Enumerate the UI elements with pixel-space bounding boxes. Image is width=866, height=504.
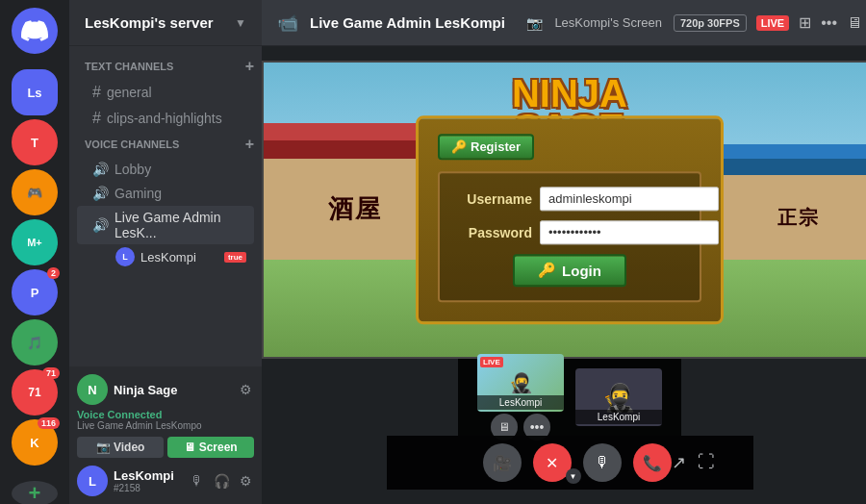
stream-area: NINJA SAGE 酒屋 正宗 🌲 🌲 🌲 [262,46,866,504]
login-button[interactable]: 🔑 Login [513,254,626,287]
register-label: Register [471,139,521,154]
server-icon-p1[interactable]: P 2 [12,269,58,315]
server-icon-k1[interactable]: K 116 [12,419,58,466]
user-avatar: L [77,466,108,496]
add-voice-channel-button[interactable]: + [245,136,254,153]
speaker-icon: 🔊 [92,217,109,233]
mute-button[interactable]: 🎙 [583,443,622,482]
voice-channel-label: Live Game Admin LesKompo [77,420,254,431]
live-stream-badge: LIVE [756,15,789,31]
stream-col-1: LIVE 🥷 LesKompi 🖥 ••• [477,354,564,441]
server-icon-music[interactable]: 🎵 [12,319,58,365]
end-call-wrapper: ✕ ▼ [533,443,572,482]
camera-button[interactable]: 🎥 [483,443,522,482]
server-icon-label: T [31,136,38,150]
server-icon-label: M+ [27,237,42,248]
speaker-icon: 🔊 [92,162,109,177]
ninja-icon: 🥷 [509,371,533,394]
channel-live-game[interactable]: 🔊 Live Game Admin LesK... [77,206,254,244]
grid-icon[interactable]: ⊞ [799,13,811,32]
server-icon-game1[interactable]: 🎮 [12,169,58,215]
avatar: L [115,247,135,266]
game-screen: NINJA SAGE 酒屋 正宗 🌲 🌲 🌲 [262,61,866,359]
login-btn-container: 🔑 Login [455,254,684,287]
user-controls: 🎙 🎧 ⚙ [189,471,254,491]
stream-thumbnails-strip: LIVE 🥷 LesKompi 🖥 ••• 🥷 LesKompi [458,359,681,436]
ninja-sage-label: Ninja Sage [114,383,232,397]
camera-label-icon: 📷 [526,15,543,31]
stream-thumb-label2: LesKompi [575,410,662,424]
settings-icon[interactable]: ⚙ [238,471,254,491]
voice-status-text: Voice Connected Live Game Admin LesKompo [77,409,254,431]
mic-icon[interactable]: 🎙 [189,471,206,491]
channel-sidebar: LesKompi's server ▼ TEXT CHANNELS + # ge… [69,0,262,504]
channel-gaming[interactable]: 🔊 Gaming [77,182,254,205]
channel-name: Live Game Admin LesK... [115,210,246,240]
bottom-controls: 🎥 ✕ ▼ 🎙 📞 ↗ ⛶ [387,436,753,490]
channel-lobby[interactable]: 🔊 Lobby [77,158,254,181]
control-group: 🎥 ✕ ▼ 🎙 📞 [483,443,672,482]
live-badge: true [224,252,246,263]
username-row: Username [455,187,684,211]
voice-user-leskompi[interactable]: L LesKompi true [77,245,254,268]
add-text-channel-button[interactable]: + [245,58,254,75]
user-bar-actions: 📷 Video 🖥 Screen [77,437,254,458]
screen-button[interactable]: 🖥 Screen [167,437,254,458]
server-icon-badge2: 71 [42,367,60,379]
server-icon-label: Ls [27,86,41,100]
login-panel: 🔑 Register Username Password 🔑 [416,115,724,324]
username-info: LesKompi #2158 [114,468,183,493]
login-label: Login [562,263,601,279]
server-icon-t2[interactable]: 71 71 [12,369,58,416]
channel-name: clips-and-highlights [107,111,222,126]
video-button[interactable]: 📷 Video [77,437,164,458]
stream-thumb-game[interactable]: LIVE 🥷 LesKompi [477,354,564,412]
stream-col-2: 🥷 LesKompi [575,368,662,426]
server-icon-badge3: 116 [38,417,60,429]
user-tag: #2158 [114,483,183,493]
voice-username: LesKompi [140,250,196,265]
discord-home-button[interactable] [12,8,58,54]
text-channels-header[interactable]: TEXT CHANNELS + [69,54,262,79]
fullscreen-icon[interactable]: ⛶ [698,452,715,473]
server-icon-label: 71 [28,386,40,399]
fps-badge: 720p 30FPS [674,14,747,32]
server-icon-t1[interactable]: T [12,119,58,165]
server-header[interactable]: LesKompi's server ▼ [69,0,262,46]
stream-title: Live Game Admin LesKompi [310,14,515,31]
roof-top-right [718,144,866,159]
stream-thumb-person[interactable]: 🥷 LesKompi [575,368,662,426]
server-icon-leskompi[interactable]: Ls [12,69,58,115]
user-settings-icon[interactable]: ⚙ [238,380,254,399]
monitor-icon[interactable]: 🖥 [847,14,862,32]
username-input[interactable] [540,187,719,211]
channels-list: TEXT CHANNELS + # general # clips-and-hi… [69,46,262,366]
chevron-down-icon: ▼ [235,16,246,30]
disconnect-button[interactable]: 📞 [633,443,672,482]
channel-name: general [107,85,152,100]
top-bar-icons: 720p 30FPS LIVE ⊞ ••• 🖥 [674,13,862,32]
user-bar-top: N Ninja Sage ⚙ [77,374,254,405]
headset-icon[interactable]: 🎧 [212,471,232,491]
server-icon-m1[interactable]: M+ [12,219,58,265]
login-form: Username Password 🔑 Login [438,171,701,302]
password-input[interactable] [540,220,719,244]
key-icon: 🔑 [451,139,467,154]
server-icon-label: P [31,286,39,300]
password-label: Password [455,225,532,240]
voice-channels-header[interactable]: VOICE CHANNELS + [69,132,262,157]
roof-right [722,154,866,175]
external-link-icon[interactable]: ↗ [672,452,686,473]
channel-name: Lobby [115,162,151,177]
dropdown-arrow-icon[interactable]: ▼ [566,468,581,484]
server-icon-label: 🎵 [27,336,42,350]
register-button[interactable]: 🔑 Register [438,134,534,160]
building-sign-right: 正宗 [722,175,866,260]
channel-general[interactable]: # general [77,80,254,105]
hash-icon: # [92,110,101,127]
more-options-icon[interactable]: ••• [821,14,837,32]
speaker-icon: 🔊 [92,186,109,201]
server-icon-badge: 2 [47,267,60,279]
channel-clips[interactable]: # clips-and-highlights [77,106,254,131]
add-server-button[interactable]: + [12,481,58,504]
